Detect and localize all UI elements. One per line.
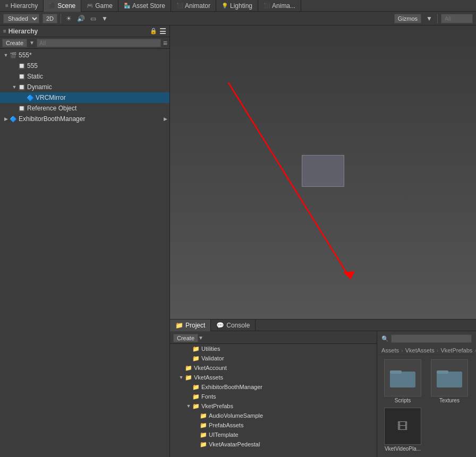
label-vrcmirror: VRCMirror [36,94,66,101]
ptree-exhibitorboothmanager[interactable]: ▶ 📁 ExhibitorBoothManager [170,382,377,392]
ptree-label-vketaccount: VketAccount [194,365,227,371]
bc-assets[interactable]: Assets [381,347,399,353]
label-static: Static [27,73,43,80]
svg-rect-3 [390,370,402,374]
tree-item-refobj[interactable]: ▶ 🔲 Reference Object [0,103,169,114]
folder-svg-scripts [390,367,415,389]
tab-assetstore-label: Asset Store [132,2,165,10]
tab-scene[interactable]: ⬛ Scene [44,0,81,12]
bc-vketprefabs[interactable]: VketPrefabs [440,347,472,353]
ptree-vketaccount[interactable]: ▶ 📁 VketAccount [170,363,377,373]
game-tab-icon: 🎮 [87,3,93,8]
ptree-vketavatarpedestal[interactable]: ▶ 📁 VketAvatarPedestal [170,439,377,449]
ptree-label-validator: Validator [201,355,224,361]
ptree-uitemplate[interactable]: ▶ 📁 UITemplate [170,430,377,439]
hierarchy-search-input[interactable] [37,39,161,47]
ptree-label-prefabassets: PrefabAssets [209,422,243,428]
tab-project[interactable]: 📁 Project [170,320,211,331]
ptree-vketprefabs[interactable]: ▼ 📁 VketPrefabs [170,401,377,411]
hierarchy-panel-header: ≡ Hierarchy 🔒 ☰ [0,25,169,37]
gizmos-button[interactable]: Gizmos [394,14,421,23]
console-tab-icon: 💬 [216,322,224,329]
ptree-audiovolumesample[interactable]: ▶ 📁 AudioVolumeSample [170,411,377,420]
tab-animation-label: Anima... [272,2,295,10]
folder-icon-prefabassets: 📁 [200,422,207,429]
ptree-label-vketavatarpedestal: VketAvatarPedestal [209,441,260,447]
folder-icon-validator: 📁 [192,355,200,362]
exhibitor-expand-arrow: ▶ [164,116,167,122]
ptree-prefabassets[interactable]: ▶ 📁 PrefabAssets [170,420,377,430]
folder-icon-exhibitor: 📁 [192,384,200,391]
animator-tab-icon: ⬛ [176,3,183,8]
asset-scripts[interactable]: Scripts [381,359,424,403]
folder-icon-vketprefabs: 📁 [192,403,200,410]
tree-item-vrcmirror[interactable]: ▶ 🔷 VRCMirror [0,92,169,103]
tab-lighting-label: Lighting [230,2,252,10]
assetstore-tab-icon: 🏪 [124,3,130,8]
tab-game-label: Game [95,2,113,10]
tree-item-dynamic[interactable]: ▼ 🔲 Dynamic [0,82,169,92]
ptree-label-fonts: Fonts [201,393,216,400]
ptree-label-exhibitor: ExhibitorBoothManager [201,384,262,390]
tab-animator[interactable]: ⬛ Animator [171,0,216,12]
scene-view[interactable] [170,25,476,319]
tab-lighting[interactable]: 💡 Lighting [216,0,258,12]
project-create-dropdown[interactable]: ▼ [198,335,203,341]
tree-item-555star[interactable]: ▼ 🎬 555* [0,50,169,61]
icon-555star: 🎬 [10,52,17,59]
ptree-vketassets[interactable]: ▼ 📁 VketAssets [170,373,377,382]
tree-item-555[interactable]: ▶ 🔲 555 [0,61,169,71]
ptree-fonts[interactable]: ▶ 📁 Fonts [170,392,377,401]
tab-hierarchy[interactable]: ≡ Hierarchy [0,0,44,12]
svg-marker-1 [343,271,355,279]
ptree-utilities[interactable]: ▶ 📁 Utilities [170,344,377,353]
scene-3d-viewport [170,25,476,319]
hierarchy-tree: ▼ 🎬 555* ▶ 🔲 555 ▶ 🔲 Static ▼ 🔲 Dynamic [0,49,169,457]
tab-game[interactable]: 🎮 Game [81,0,118,12]
asset-vketvideoplayer[interactable]: 🎞 VketVideoPla... [381,408,424,452]
search-icon: 🔍 [381,335,389,342]
create-dropdown-icon[interactable]: ▼ [29,40,35,46]
scene-tab-icon: ⬛ [49,3,55,8]
hierarchy-lock-icon[interactable]: 🔒 [150,28,157,35]
asset-textures[interactable]: Textures [428,359,471,403]
tree-item-static[interactable]: ▶ 🔲 Static [0,71,169,82]
hierarchy-menu-icon[interactable]: ☰ [159,27,166,36]
gizmos-dropdown-icon[interactable]: ▼ [424,15,434,22]
aspect-icon-btn[interactable]: ▼ [100,15,109,22]
folder-icon-fonts: 📁 [192,393,200,400]
shaded-dropdown[interactable]: Shaded [3,14,39,23]
hierarchy-create-button[interactable]: Create [2,39,27,47]
hierarchy-menu-btn[interactable]: ≡ [163,39,167,47]
assets-search-input[interactable] [391,334,472,343]
tree-item-exhibitor[interactable]: ▶ 🔷 ExhibitorBoothManager ▶ [0,114,169,124]
ptree-validator[interactable]: ▶ 📁 Validator [170,353,377,363]
svg-rect-4 [437,372,462,387]
label-555star: 555* [19,51,32,59]
2d-button[interactable]: 2D [42,14,57,23]
project-create-button[interactable]: Create [173,334,198,342]
label-refobj: Reference Object [27,105,76,112]
ptree-arrow-vketassets: ▼ [177,375,185,380]
tab-animation[interactable]: ⬛ Anima... [258,0,301,12]
top-tab-bar: ≡ Hierarchy ⬛ Scene 🎮 Game 🏪 Asset Store… [0,0,476,12]
console-tab-label: Console [226,322,250,329]
display-icon-btn[interactable]: ▭ [89,15,98,22]
sun-icon-btn[interactable]: ☀ [64,15,73,22]
tab-assetstore[interactable]: 🏪 Asset Store [118,0,171,12]
ptree-label-audiovolume: AudioVolumeSample [209,412,263,419]
arrow-exhibitor: ▶ [2,116,10,122]
scene-cube-object [302,155,344,187]
bc-vketassets[interactable]: VketAssets [405,347,435,353]
all-search-input[interactable] [441,14,473,23]
ptree-label-utilities: Utilities [201,346,220,352]
lighting-tab-icon: 💡 [222,3,228,8]
ptree-label-vketprefabs: VketPrefabs [201,403,233,409]
bc-sep-1: › [401,347,403,353]
icon-555: 🔲 [18,63,26,70]
audio-icon-btn[interactable]: 🔊 [75,15,87,22]
ptree-label-vketassets: VketAssets [194,374,223,381]
vketvideoplayer-file-icon: 🎞 [397,420,408,433]
tab-console[interactable]: 💬 Console [211,320,256,331]
folder-icon-audiovolume: 📁 [200,412,207,419]
